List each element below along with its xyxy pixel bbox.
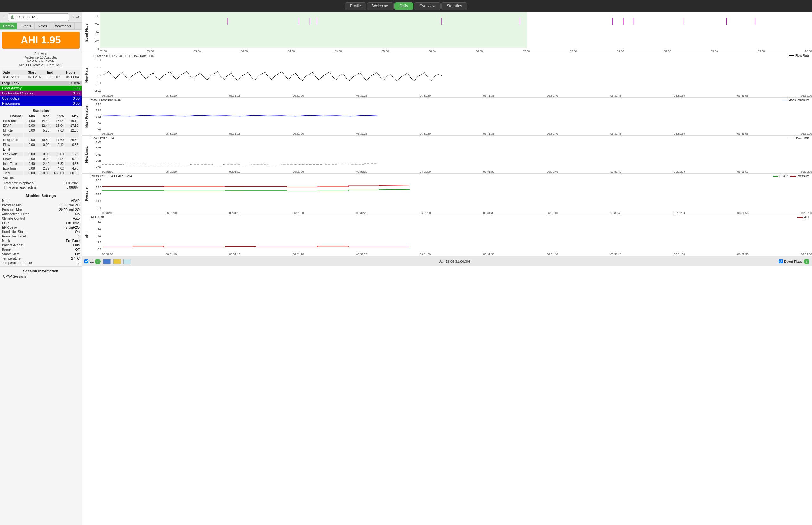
tab-events[interactable]: Events <box>17 22 35 29</box>
machine-settings-list: ModeAPAPPressure Min11.00 cmH2OPressure … <box>2 198 79 265</box>
next-date-button[interactable]: → <box>70 15 75 20</box>
machine-settings-title: Machine Settings <box>2 194 79 197</box>
setting-label: Pressure Max <box>2 208 23 211</box>
prev-date-button[interactable]: ← <box>2 15 6 20</box>
stats-row: EPAP9.0012.4416.0417.12 <box>2 124 79 128</box>
tab-notes[interactable]: Notes <box>34 22 50 29</box>
device-minmax: Min 11.0 Max 20.0 (cmH2O) <box>2 63 79 67</box>
svg-rect-0 <box>100 12 527 48</box>
session-header: Date Start End Hours <box>2 70 79 75</box>
left-panel: ← 🗓 17 Jan 2021 → ⇒ Details Events Notes… <box>0 12 82 525</box>
mask-pressure-legend: Mask Pressure <box>782 98 810 102</box>
ahi-swatch <box>797 217 803 218</box>
pressure-svg <box>102 179 410 210</box>
event-flags-label: Event Flags <box>82 12 91 53</box>
ahi-chart: AHI AHI: 1.00 AHI 8.0 6.0 4.0 2.0 0.0 <box>82 215 812 256</box>
setting-label: Climate Control <box>2 216 25 220</box>
event-h-value: 0.00 <box>73 102 79 105</box>
ef-h: H <box>91 47 100 50</box>
flow-limit-legend-label: Flow Limit. <box>794 136 810 140</box>
pressure-title: Pressure: 17.94 EPAP: 15.94 <box>91 174 132 178</box>
stats-row: Resp.Rate0.0010.8017.6025.80 <box>2 138 79 142</box>
ll-plus-button[interactable]: + <box>95 259 101 265</box>
epap-legend-label: EPAP <box>779 174 787 178</box>
bottom-timestamp: Jan 18 06:31:04.308 <box>134 260 776 264</box>
mask-pressure-svg <box>102 103 378 130</box>
machine-setting-row: Pressure Min11.00 cmH2O <box>2 203 79 207</box>
pressure-y-axis: 20.0 17.3 14.5 11.8 9.0 <box>91 179 102 210</box>
session-start: 02:17:16 <box>28 75 47 79</box>
ll-checkbox-group: LL + <box>84 259 101 265</box>
date-text: 17 Jan 2021 <box>16 15 37 19</box>
col-end: End <box>47 70 66 74</box>
setting-label: Patient Access <box>2 243 24 247</box>
nav-welcome[interactable]: Welcome <box>367 2 394 10</box>
nav-overview[interactable]: Overview <box>414 2 441 10</box>
pressure-chart: Pressure Pressure: 17.94 EPAP: 15.94 EPA… <box>82 174 812 215</box>
stats-row: Pressure11.0014.4418.0419.12 <box>2 119 79 123</box>
stats-row: Limit. <box>2 147 79 152</box>
device-info: ResMed AirSense 10 AutoSet PAP Mode: APA… <box>0 50 82 69</box>
mask-pressure-axis-label: Mask Pressure <box>82 97 91 135</box>
stats-row: Vent. <box>2 133 79 137</box>
swatch-yellow <box>113 259 121 264</box>
nav-profile[interactable]: Profile <box>345 2 366 10</box>
stats-row: Minute0.005.757.6312.38 <box>2 129 79 133</box>
flow-rate-y-axis: 180.0 90.0 0.0 -90.0 -180.0 <box>91 58 102 92</box>
stats-row: Exp.Time0.082.724.024.70 <box>2 166 79 170</box>
flow-rate-legend-item: Flow Rate <box>788 54 810 57</box>
session-date: 18/01/2021 <box>2 75 28 79</box>
stats-row: Tidal0.00520.00680.00860.00 <box>2 171 79 175</box>
mask-pressure-inner: Mask Pressure: 15.97 Mask Pressure 29.0 … <box>91 97 812 135</box>
event-flags-chart: Event Flags LL CA UA OA H <box>82 12 812 53</box>
setting-label: EPR Level <box>2 225 18 229</box>
machine-setting-row: RampOff <box>2 247 79 252</box>
tab-bookmarks[interactable]: Bookmarks <box>50 22 75 29</box>
device-mode: PAP Mode: APAP <box>2 59 79 63</box>
ahi-x-axis: 06:31:05 06:31:10 06:31:15 06:31:20 06:3… <box>102 253 812 256</box>
machine-setting-row: Humidifier StatusOn <box>2 229 79 234</box>
event-ua-value: 0.00 <box>73 91 79 95</box>
machine-setting-row: Smart StartOff <box>2 252 79 256</box>
bottom-right: Event Flags + <box>779 259 810 265</box>
event-clear-airway: Clear Airway 1.95 <box>0 86 82 91</box>
setting-value: 20.00 cmH2O <box>59 208 79 211</box>
col-start: Start <box>28 70 47 74</box>
setting-value: Off <box>75 252 79 256</box>
nav-daily[interactable]: Daily <box>394 2 414 10</box>
machine-setting-row: Temperature27 °C <box>2 256 79 260</box>
event-flags-plus[interactable]: + <box>804 259 810 265</box>
session-row: 18/01/2021 02:17:16 10:36:07 08:11:04 <box>2 75 79 79</box>
pressure-legend: EPAP Pressure <box>773 174 810 178</box>
setting-value: Auto <box>73 216 79 220</box>
total-apnoea-label: Total time in apnoea <box>4 181 34 185</box>
setting-label: EPR <box>2 221 9 225</box>
swatch-blue <box>103 259 111 264</box>
setting-value: No <box>75 212 79 216</box>
event-ll-value: 0.07% <box>70 81 79 85</box>
setting-value: Plus <box>73 243 79 247</box>
machine-setting-row: Humidifier Level4 <box>2 234 79 238</box>
setting-value: 11.00 cmH2O <box>59 203 79 207</box>
device-brand: ResMed <box>2 52 79 56</box>
nav-statistics[interactable]: Statistics <box>441 2 467 10</box>
setting-label: Temperature Enable <box>2 261 32 265</box>
ll-checkbox[interactable] <box>84 259 88 264</box>
session-info: Session Information CPAP Sessions <box>0 266 82 280</box>
setting-label: Ramp <box>2 247 11 251</box>
flow-rate-title: Duration 00:00:59 AHI 0.00 Flow Rate: 1.… <box>91 54 157 59</box>
flow-rate-svg <box>102 58 442 92</box>
swatch-lightblue <box>123 259 131 264</box>
ahi-legend: AHI <box>797 215 810 219</box>
stats-col-95: 95% <box>50 114 64 118</box>
total-leak-label: Time over leak redline <box>4 185 36 189</box>
ef-ll: LL <box>91 15 100 18</box>
event-flags-checkbox[interactable] <box>779 259 783 264</box>
machine-setting-row: MaskFull Face <box>2 238 79 243</box>
machine-setting-row: ModeAPAP <box>2 198 79 203</box>
tab-details[interactable]: Details <box>0 22 17 29</box>
event-ca-label: Clear Airway <box>2 86 21 90</box>
jump-date-button[interactable]: ⇒ <box>76 15 79 20</box>
mask-pressure-y-axis: 29.0 21.8 14.5 7.3 0.0 <box>91 103 102 130</box>
pressure-axis-label: Pressure <box>82 174 91 215</box>
